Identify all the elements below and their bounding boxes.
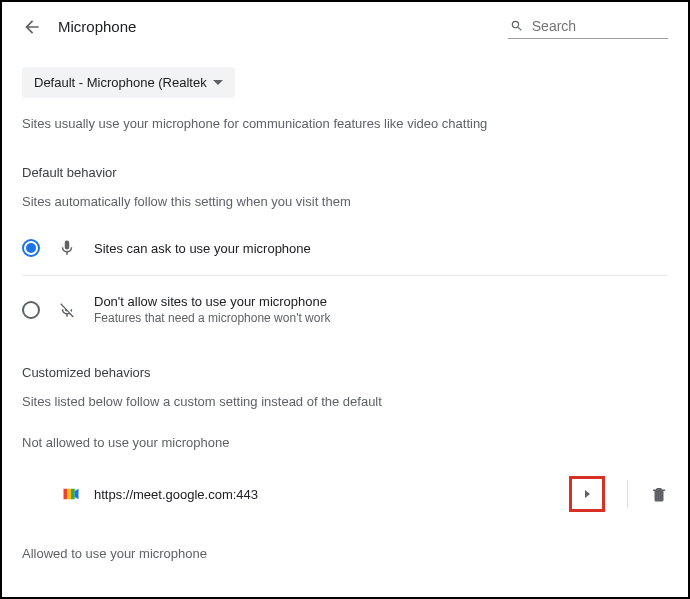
chevron-right-icon bbox=[585, 490, 590, 498]
microphone-off-icon bbox=[58, 301, 76, 319]
search-icon bbox=[510, 18, 524, 34]
caret-down-icon bbox=[213, 80, 223, 85]
radio-block[interactable] bbox=[22, 301, 40, 319]
site-details-button[interactable] bbox=[569, 476, 605, 512]
option-block-label: Don't allow sites to use your microphone bbox=[94, 294, 330, 309]
not-allowed-label: Not allowed to use your microphone bbox=[22, 435, 668, 450]
meet-favicon-icon bbox=[62, 485, 80, 503]
svg-rect-1 bbox=[67, 489, 71, 500]
option-block-sub: Features that need a microphone won't wo… bbox=[94, 311, 330, 325]
trash-icon[interactable] bbox=[650, 485, 668, 503]
dropdown-label: Default - Microphone (Realtek bbox=[34, 75, 207, 90]
search-field[interactable] bbox=[508, 14, 668, 39]
header: Microphone bbox=[22, 14, 668, 67]
custom-behaviors-title: Customized behaviors bbox=[22, 365, 668, 380]
radio-ask[interactable] bbox=[22, 239, 40, 257]
option-block[interactable]: Don't allow sites to use your microphone… bbox=[22, 284, 668, 335]
page-title: Microphone bbox=[58, 18, 492, 35]
default-behavior-desc: Sites automatically follow this setting … bbox=[22, 194, 668, 209]
search-input[interactable] bbox=[532, 18, 666, 34]
svg-rect-2 bbox=[71, 489, 75, 500]
divider bbox=[627, 480, 628, 508]
site-row: https://meet.google.com:443 bbox=[22, 468, 668, 520]
option-ask-label: Sites can ask to use your microphone bbox=[94, 241, 311, 256]
intro-text: Sites usually use your microphone for co… bbox=[22, 116, 668, 131]
custom-behaviors-desc: Sites listed below follow a custom setti… bbox=[22, 394, 668, 409]
allowed-label: Allowed to use your microphone bbox=[22, 546, 668, 561]
back-arrow-icon[interactable] bbox=[22, 17, 42, 37]
default-behavior-title: Default behavior bbox=[22, 165, 668, 180]
svg-rect-0 bbox=[64, 489, 68, 500]
microphone-device-dropdown[interactable]: Default - Microphone (Realtek bbox=[22, 67, 235, 98]
microphone-icon bbox=[58, 239, 76, 257]
option-ask[interactable]: Sites can ask to use your microphone bbox=[22, 229, 668, 276]
site-url: https://meet.google.com:443 bbox=[94, 487, 569, 502]
